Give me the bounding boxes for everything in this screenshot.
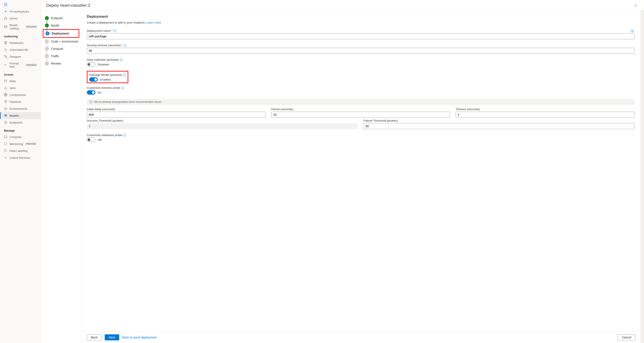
info-icon[interactable]: i (123, 74, 126, 76)
package-model-highlight: Package Model (preview) i Enabled (87, 71, 128, 83)
preview-badge: PREVIEW (26, 26, 37, 28)
svg-point-22 (632, 31, 633, 32)
toggle-state-label: Off (98, 138, 102, 142)
svg-text:i: i (121, 59, 121, 61)
nav-pipelines[interactable]: Pipelines (0, 98, 41, 105)
liveness-toggle-row: On (87, 90, 634, 94)
nav-label: Notebooks (10, 41, 24, 44)
nav-designer[interactable]: Designer (0, 53, 41, 60)
label-icon (4, 149, 7, 152)
svg-rect-9 (4, 95, 6, 96)
close-icon (634, 4, 637, 7)
package-model-toggle[interactable] (89, 77, 98, 82)
designer-icon (4, 55, 7, 58)
environments-icon (4, 107, 7, 110)
automl-icon (4, 48, 7, 52)
nav-models[interactable]: Models (0, 112, 41, 119)
section-title: Deployment (87, 14, 634, 19)
deployment-name-label: Deployment name * i (87, 29, 628, 32)
nav-home[interactable]: Home (0, 15, 41, 22)
prepopulated-banner: i We've already prepopulated some recomm… (87, 99, 634, 105)
wizard-step-model[interactable]: ✓ Model (44, 22, 79, 29)
nav-data[interactable]: Data (0, 78, 41, 84)
nav-components[interactable]: Components (0, 91, 41, 98)
step-label: Traffic (51, 54, 59, 58)
wizard-step-code-environment[interactable]: 4 Code + environment (44, 38, 79, 45)
toggle-state-label: Disabled (98, 63, 109, 66)
probe-timeout-input[interactable] (456, 112, 634, 118)
back-to-quick-link[interactable]: Back to quick deployment (122, 336, 157, 339)
nav-linked-services[interactable]: Linked Services (0, 154, 41, 161)
nav-notebooks[interactable]: Notebooks (0, 39, 41, 46)
dialog-header: Deploy heart-classifier:2 (41, 0, 644, 10)
nav-endpoints[interactable]: Endpoints (0, 119, 41, 126)
components-icon (4, 93, 7, 96)
hamburger-menu[interactable] (0, 2, 41, 8)
nav-prompt-flow[interactable]: Prompt flow PREVIEW (0, 60, 41, 70)
next-button[interactable]: Next (105, 334, 119, 340)
nav-all-workspaces[interactable]: All workspaces (0, 8, 41, 15)
scrollbar[interactable] (640, 10, 644, 343)
initial-delay-input[interactable] (87, 112, 266, 118)
nav-label: Pipelines (10, 100, 22, 104)
nav-label: Components (10, 93, 26, 96)
pipelines-icon (4, 100, 7, 104)
deployment-name-input[interactable] (87, 33, 634, 39)
nav-label: Automated ML (10, 48, 28, 52)
wizard-step-deployment[interactable]: 3 Deployment (43, 29, 79, 38)
info-icon[interactable]: i (121, 86, 124, 90)
data-collection-toggle-row: Disabled (87, 62, 634, 66)
svg-rect-17 (4, 136, 7, 138)
dialog-body: ✓ Endpoint ✓ Model 3 Deployment 4 Code +… (41, 10, 644, 343)
deploy-dialog: Deploy heart-classifier:2 ✓ Endpoint ✓ M… (41, 0, 644, 343)
nav-label: Prompt flow (10, 62, 24, 68)
svg-rect-8 (6, 94, 7, 94)
nav-compute[interactable]: Compute (0, 134, 41, 140)
readiness-toggle[interactable] (87, 138, 96, 142)
step-number-icon: 6 (45, 54, 49, 58)
nav-model-catalog[interactable]: Model catalog PREVIEW (0, 22, 41, 32)
preview-badge: PREVIEW (26, 64, 37, 66)
info-icon[interactable]: i (123, 134, 126, 137)
nav-automated-ml[interactable]: Automated ML (0, 46, 41, 53)
step-label: Model (51, 24, 59, 27)
endpoints-icon (4, 121, 7, 124)
nav-environments[interactable]: Environments (0, 105, 41, 112)
wizard-step-endpoint[interactable]: ✓ Endpoint (44, 14, 79, 22)
cancel-button[interactable]: Cancel (618, 334, 635, 340)
nav-data-labeling[interactable]: Data Labeling (0, 147, 41, 154)
step-number-icon: 4 (45, 40, 49, 44)
wizard-steps: ✓ Endpoint ✓ Model 3 Deployment 4 Code +… (41, 10, 82, 343)
wizard-step-review[interactable]: 7 Review (44, 60, 79, 67)
readiness-probe-label: Customize readiness probe i (87, 134, 634, 137)
nav-label: Data Labeling (10, 149, 28, 152)
liveness-toggle[interactable] (87, 90, 96, 94)
wizard-step-compute[interactable]: 5 Compute (44, 45, 79, 52)
step-label: Endpoint (51, 16, 63, 20)
data-collection-toggle[interactable] (87, 62, 96, 66)
learn-more-link[interactable]: Learn more (146, 21, 161, 24)
info-icon[interactable]: i (114, 29, 116, 32)
step-check-icon: ✓ (45, 24, 49, 28)
nav-label: Endpoints (10, 121, 22, 124)
scoring-timeout-input[interactable] (87, 48, 634, 54)
nav-label: Designer (10, 55, 21, 58)
info-icon[interactable]: i (120, 58, 123, 61)
nav-heading-manage: Manage (0, 126, 41, 134)
back-button[interactable]: Back (87, 334, 102, 340)
nav-monitoring[interactable]: Monitoring PREVIEW (0, 140, 41, 147)
failure-threshold-input[interactable] (364, 123, 634, 129)
svg-point-19 (5, 150, 5, 150)
period-input[interactable] (271, 112, 450, 118)
liveness-probe-label: Customize liveness probe i (87, 86, 634, 90)
visibility-icon[interactable] (630, 29, 634, 33)
info-icon[interactable]: i (124, 44, 126, 47)
data-collection-label: Data collection (preview) i (87, 58, 634, 61)
svg-text:i: i (124, 74, 124, 76)
nav-jobs[interactable]: Jobs (0, 84, 41, 91)
toggle-state-label: On (98, 91, 102, 94)
step-label: Code + environment (51, 40, 78, 43)
wizard-step-traffic[interactable]: 6 Traffic (44, 52, 79, 60)
nav-label: Monitoring (10, 142, 23, 146)
close-button[interactable] (632, 2, 639, 9)
